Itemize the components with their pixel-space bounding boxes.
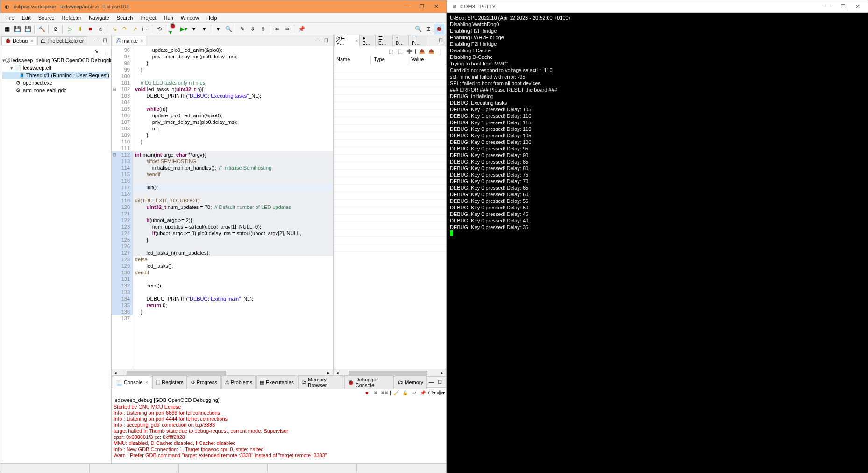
new-button[interactable]: ▦	[2, 24, 12, 34]
terminate-console-button[interactable]: ■	[363, 389, 370, 396]
remove-launch-button[interactable]: ✖	[372, 389, 379, 396]
run-button[interactable]: ▶▾	[179, 24, 188, 34]
bottom-tab-memory[interactable]: 🗂 Memory	[395, 375, 427, 389]
open-console-button[interactable]: ➕▾	[437, 389, 444, 396]
tree-row[interactable]: ▾ⓒledsweep_debug [GDB OpenOCD Debugging]	[2, 57, 109, 64]
debug-perspective-button[interactable]: 🐞	[434, 24, 444, 34]
save-all-button[interactable]: 💾	[23, 24, 32, 34]
minimize-editor-button[interactable]: —	[314, 37, 321, 44]
maximize-button[interactable]: ☐	[414, 2, 428, 11]
maximize-view-button[interactable]: ☐	[101, 37, 108, 44]
forward-button[interactable]: ⇨	[283, 24, 292, 34]
putty-terminal[interactable]: U-Boot SPL 2022.10 (Apr 12 2023 - 20:52:…	[447, 13, 868, 473]
toggle-mark-button[interactable]: ✎	[238, 24, 247, 34]
close-icon[interactable]: ×	[30, 38, 33, 43]
maximize-console-button[interactable]: ☐	[436, 379, 443, 386]
import-button[interactable]: 📥	[418, 47, 426, 55]
bottom-tab-debugger-console[interactable]: 🐞 Debugger Console	[344, 375, 394, 389]
add-button[interactable]: ➕	[406, 47, 413, 55]
vars-tab[interactable]: (x)= V…×	[334, 35, 360, 46]
next-annotation-button[interactable]: ⇩	[248, 24, 257, 34]
bottom-tab-progress[interactable]: ⟳ Progress	[188, 375, 221, 389]
menu-refactor[interactable]: Refactor	[58, 14, 85, 22]
view-menu-button[interactable]: ↘	[92, 47, 100, 55]
vars-tab[interactable]: 📄 P…	[410, 35, 427, 46]
tree-row[interactable]: ⚙openocd.exe	[2, 79, 109, 86]
new-class-button[interactable]: ▾	[213, 24, 223, 34]
minimize-button[interactable]: —	[821, 2, 835, 11]
search-button[interactable]: 🔍	[224, 24, 233, 34]
eclipse-title-bar[interactable]: ◐ eclipse-workspace - ledsweep/main.c - …	[0, 0, 446, 13]
menu-project[interactable]: Project	[136, 14, 160, 22]
remove-all-button[interactable]: ✖✖	[381, 389, 388, 396]
bottom-tab-memory-browser[interactable]: 🗂 Memory Browser	[298, 375, 343, 389]
step-return-button[interactable]: ↗	[130, 24, 140, 34]
collapse-button[interactable]: ⬚	[396, 47, 404, 55]
prev-annotation-button[interactable]: ⇧	[258, 24, 268, 34]
menu-search[interactable]: Search	[113, 14, 137, 22]
bottom-tab-problems[interactable]: ⚠ Problems	[221, 375, 256, 389]
menu-file[interactable]: File	[2, 14, 18, 22]
pin-button[interactable]: 📌	[297, 24, 306, 34]
restart-button[interactable]: ⟲	[155, 24, 164, 34]
quick-access-button[interactable]: 🔍	[413, 24, 423, 34]
minimize-console-button[interactable]: —	[427, 379, 435, 386]
save-button[interactable]: 💾	[13, 24, 22, 34]
menu-run[interactable]: Run	[160, 14, 177, 22]
console-output[interactable]: Started by GNU MCU EclipseInfo : Listeni…	[112, 403, 446, 463]
col-value[interactable]: Value	[408, 56, 446, 64]
minimize-view-button[interactable]: —	[428, 37, 436, 44]
menu-navigate[interactable]: Navigate	[85, 14, 113, 22]
external-tools-button[interactable]: ▾	[199, 24, 209, 34]
skip-breakpoints-button[interactable]: ⊘	[51, 24, 60, 34]
close-button[interactable]: ✕	[429, 2, 443, 11]
menu-edit[interactable]: Edit	[18, 14, 35, 22]
word-wrap-button[interactable]: ↩	[410, 389, 418, 396]
vars-tab[interactable]: ≡ D…	[394, 35, 409, 46]
col-type[interactable]: Type	[371, 56, 408, 64]
bottom-tab-console[interactable]: 📃 Console×	[113, 375, 151, 389]
variables-body[interactable]	[334, 65, 446, 369]
menu-button[interactable]: ⋮	[437, 47, 444, 55]
maximize-editor-button[interactable]: ☐	[322, 37, 330, 44]
tree-row[interactable]: ⚙arm-none-eabi-gdb	[2, 86, 109, 94]
close-button[interactable]: ✕	[851, 2, 865, 11]
vars-tab[interactable]: ☰ E…	[377, 35, 393, 46]
bottom-tab-registers[interactable]: ⬚ Registers	[152, 375, 186, 389]
view-menu-dropdown[interactable]: ⋮	[102, 47, 109, 55]
profile-button[interactable]: ▾	[189, 24, 199, 34]
code-editor[interactable]: 9697989910010110210310410510610710810911…	[112, 46, 333, 369]
menu-window[interactable]: Window	[177, 14, 203, 22]
minimize-button[interactable]: —	[399, 2, 413, 11]
debug-tree[interactable]: ▾ⓒledsweep_debug [GDB OpenOCD Debugging]…	[0, 56, 111, 463]
terminate-button[interactable]: ■	[85, 24, 95, 34]
tab-debug[interactable]: 🐞Debug×	[1, 36, 36, 45]
menu-help[interactable]: Help	[203, 14, 221, 22]
putty-title-bar[interactable]: 🖥 COM3 - PuTTY — ☐ ✕	[447, 0, 868, 13]
scroll-lock-button[interactable]: 🔒	[401, 389, 409, 396]
build-button[interactable]: 🔨	[37, 24, 46, 34]
editor-tab-main-c[interactable]: ⓒmain.c×	[113, 36, 146, 45]
export-button[interactable]: 📤	[427, 47, 435, 55]
debug-button[interactable]: 🐞▾	[169, 24, 178, 34]
pin-console-button[interactable]: 📌	[419, 389, 427, 396]
clear-console-button[interactable]: 🧹	[392, 389, 400, 396]
display-console-button[interactable]: 🖵▾	[428, 389, 435, 396]
tree-row[interactable]: 🧵Thread #1 (Running : User Request)	[2, 72, 109, 79]
tab-project-explorer[interactable]: 🗀Project Explorer	[37, 36, 87, 45]
col-name[interactable]: Name	[334, 56, 371, 64]
disconnect-button[interactable]: ⎋	[96, 24, 105, 34]
resume-button[interactable]: ▷	[65, 24, 74, 34]
show-type-button[interactable]: ⬚	[387, 47, 394, 55]
close-icon[interactable]: ×	[140, 38, 143, 43]
instruction-step-button[interactable]: i→	[141, 24, 150, 34]
bottom-tab-executables[interactable]: ▦ Executables	[256, 375, 297, 389]
vars-tab[interactable]: ● B…	[361, 35, 376, 46]
suspend-button[interactable]: ⏸	[75, 24, 85, 34]
back-button[interactable]: ⇦	[272, 24, 282, 34]
step-over-button[interactable]: ↷	[120, 24, 129, 34]
maximize-button[interactable]: ☐	[836, 2, 850, 11]
open-perspective-button[interactable]: ⊞	[424, 24, 433, 34]
minimize-view-button[interactable]: —	[92, 37, 100, 44]
tree-row[interactable]: ▾📄ledsweep.elf	[2, 64, 109, 72]
